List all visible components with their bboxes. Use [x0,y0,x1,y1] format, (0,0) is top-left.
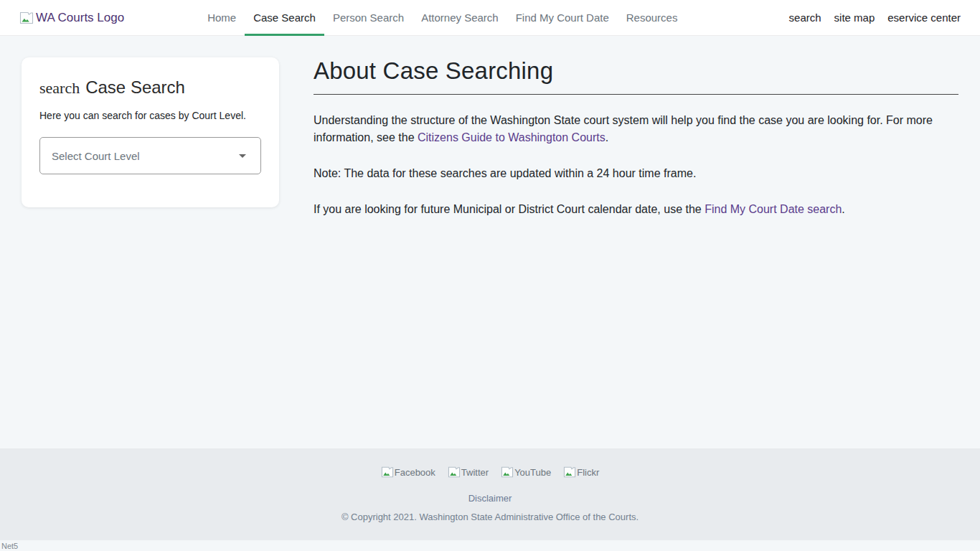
court-level-select-value: Select Court Level [52,150,140,162]
page-content: search Case Search Here you can search f… [0,36,980,448]
case-search-card: search Case Search Here you can search f… [22,57,279,207]
nav-item-find-my-court-date[interactable]: Find My Court Date [507,0,618,35]
case-search-card-title: search Case Search [39,77,261,98]
chevron-down-icon [239,154,246,158]
citizens-guide-link[interactable]: Citizens Guide to Washington Courts [418,131,606,143]
social-link-flickr[interactable]: Flickr [563,466,599,478]
utility-link-search[interactable]: search [789,11,821,24]
court-date-paragraph: If you are looking for future Municipal … [314,201,958,218]
note-paragraph: Note: The data for these searches are up… [314,165,958,182]
social-links-row: Facebook Twitter YouTube [0,466,980,478]
broken-image-icon [448,466,461,478]
intro-text-before: Understanding the structure of the Washi… [314,114,933,143]
nav-item-home[interactable]: Home [199,0,245,35]
search-icon: search [39,79,80,98]
page-title: About Case Searching [314,57,958,95]
court-level-select[interactable]: Select Court Level [39,137,261,174]
wa-courts-logo-link[interactable]: WA Courts Logo [19,0,124,35]
intro-paragraph: Understanding the structure of the Washi… [314,112,958,146]
nav-item-attorney-search[interactable]: Attorney Search [413,0,507,35]
disclaimer-row: Disclaimer [0,491,980,504]
social-alt-text: Twitter [461,467,489,478]
logo-alt-text: WA Courts Logo [36,11,124,25]
broken-image-icon [501,466,514,478]
nav-item-case-search[interactable]: Case Search [245,0,324,35]
find-my-court-date-link[interactable]: Find My Court Date search [705,203,842,215]
main-article: About Case Searching Understanding the s… [314,57,958,218]
social-link-twitter[interactable]: Twitter [448,466,489,478]
card-title-text: Case Search [85,77,185,98]
social-link-youtube[interactable]: YouTube [501,466,551,478]
disclaimer-link[interactable]: Disclaimer [468,493,512,504]
utility-link-eservice-center[interactable]: eservice center [887,11,961,24]
utility-nav: search site map eservice center [789,0,961,35]
social-alt-text: Facebook [395,467,435,478]
copyright-text: © Copyright 2021. Washington State Admin… [0,512,980,522]
court-date-text-after: . [842,203,844,215]
broken-image-icon [381,466,394,478]
card-description: Here you can search for cases by Court L… [39,110,261,121]
utility-link-site-map[interactable]: site map [834,11,875,24]
intro-text-after: . [606,131,608,143]
broken-image-icon [563,466,576,478]
nav-item-resources[interactable]: Resources [618,0,687,35]
browser-status-text: Net5 [0,542,18,550]
top-navbar: WA Courts Logo Home Case Search Person S… [0,0,980,36]
nav-item-person-search[interactable]: Person Search [324,0,413,35]
page-footer: Facebook Twitter YouTube [0,448,980,540]
broken-image-icon [19,11,34,24]
court-date-text-before: If you are looking for future Municipal … [314,203,705,215]
social-alt-text: Flickr [577,467,599,478]
social-link-facebook[interactable]: Facebook [381,466,435,478]
main-nav: Home Case Search Person Search Attorney … [199,0,686,35]
social-alt-text: YouTube [514,467,551,478]
